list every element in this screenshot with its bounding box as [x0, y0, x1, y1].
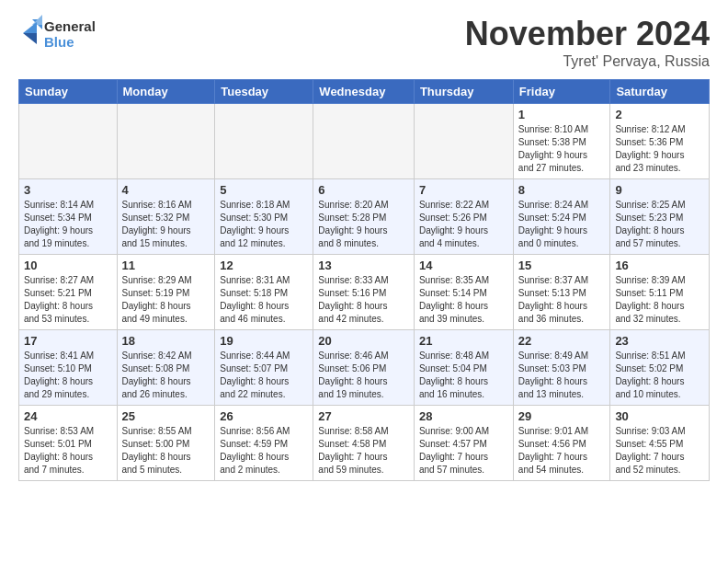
- day-info: Sunrise: 8:33 AM Sunset: 5:16 PM Dayligh…: [318, 274, 409, 326]
- day-number: 15: [518, 259, 606, 272]
- day-number: 8: [518, 183, 606, 197]
- day-info: Sunrise: 8:27 AM Sunset: 5:21 PM Dayligh…: [24, 274, 112, 326]
- day-number: 22: [518, 334, 606, 348]
- svg-text:General: General: [44, 18, 96, 34]
- day-number: 17: [24, 334, 112, 348]
- day-info: Sunrise: 8:55 AM Sunset: 5:00 PM Dayligh…: [122, 425, 210, 477]
- day-info: Sunrise: 8:41 AM Sunset: 5:10 PM Dayligh…: [24, 350, 112, 401]
- calendar-cell: 1Sunrise: 8:10 AM Sunset: 5:38 PM Daylig…: [513, 104, 610, 179]
- calendar: Sunday Monday Tuesday Wednesday Thursday…: [18, 79, 710, 481]
- calendar-cell: 21Sunrise: 8:48 AM Sunset: 5:04 PM Dayli…: [414, 330, 513, 406]
- day-info: Sunrise: 8:29 AM Sunset: 5:19 PM Dayligh…: [122, 274, 210, 326]
- day-number: 9: [615, 183, 704, 197]
- day-info: Sunrise: 8:20 AM Sunset: 5:28 PM Dayligh…: [318, 199, 409, 250]
- day-number: 3: [24, 183, 112, 197]
- svg-marker-6: [23, 33, 37, 44]
- day-number: 12: [220, 259, 308, 272]
- day-info: Sunrise: 9:03 AM Sunset: 4:55 PM Dayligh…: [615, 425, 704, 477]
- calendar-cell: [313, 104, 415, 179]
- day-info: Sunrise: 8:39 AM Sunset: 5:11 PM Dayligh…: [615, 274, 704, 326]
- day-number: 24: [24, 409, 112, 423]
- calendar-cell: 29Sunrise: 9:01 AM Sunset: 4:56 PM Dayli…: [513, 406, 610, 481]
- logo-svg: General Blue: [18, 15, 101, 55]
- col-sunday: Sunday: [19, 80, 118, 104]
- calendar-cell: 27Sunrise: 8:58 AM Sunset: 4:58 PM Dayli…: [313, 406, 415, 481]
- day-number: 19: [220, 334, 308, 348]
- col-friday: Friday: [513, 80, 610, 104]
- calendar-cell: 10Sunrise: 8:27 AM Sunset: 5:21 PM Dayli…: [19, 255, 118, 330]
- calendar-cell: 23Sunrise: 8:51 AM Sunset: 5:02 PM Dayli…: [610, 330, 710, 406]
- day-info: Sunrise: 8:31 AM Sunset: 5:18 PM Dayligh…: [220, 274, 308, 326]
- calendar-cell: 11Sunrise: 8:29 AM Sunset: 5:19 PM Dayli…: [117, 255, 215, 330]
- day-number: 26: [220, 409, 308, 423]
- calendar-cell: 30Sunrise: 9:03 AM Sunset: 4:55 PM Dayli…: [610, 406, 710, 481]
- day-number: 21: [419, 334, 508, 348]
- header: General Blue November 2024 Tyret' Pervay…: [18, 15, 710, 70]
- day-info: Sunrise: 9:00 AM Sunset: 4:57 PM Dayligh…: [419, 425, 508, 477]
- calendar-cell: 19Sunrise: 8:44 AM Sunset: 5:07 PM Dayli…: [215, 330, 313, 406]
- calendar-cell: 13Sunrise: 8:33 AM Sunset: 5:16 PM Dayli…: [313, 255, 415, 330]
- calendar-header-row: Sunday Monday Tuesday Wednesday Thursday…: [19, 80, 710, 104]
- day-number: 14: [419, 259, 508, 272]
- location: Tyret' Pervaya, Russia: [465, 53, 710, 70]
- calendar-cell: 28Sunrise: 9:00 AM Sunset: 4:57 PM Dayli…: [414, 406, 513, 481]
- month-title: November 2024: [465, 15, 710, 53]
- day-number: 2: [615, 108, 704, 121]
- day-number: 20: [318, 334, 409, 348]
- calendar-cell: 9Sunrise: 8:25 AM Sunset: 5:23 PM Daylig…: [610, 179, 710, 255]
- day-info: Sunrise: 8:56 AM Sunset: 4:59 PM Dayligh…: [220, 425, 308, 477]
- calendar-cell: 2Sunrise: 8:12 AM Sunset: 5:36 PM Daylig…: [610, 104, 710, 179]
- day-number: 25: [122, 409, 210, 423]
- calendar-cell: 25Sunrise: 8:55 AM Sunset: 5:00 PM Dayli…: [117, 406, 215, 481]
- day-number: 5: [220, 183, 308, 197]
- day-info: Sunrise: 8:22 AM Sunset: 5:26 PM Dayligh…: [419, 199, 508, 250]
- calendar-cell: 6Sunrise: 8:20 AM Sunset: 5:28 PM Daylig…: [313, 179, 415, 255]
- calendar-cell: 8Sunrise: 8:24 AM Sunset: 5:24 PM Daylig…: [513, 179, 610, 255]
- day-number: 23: [615, 334, 704, 348]
- calendar-cell: 18Sunrise: 8:42 AM Sunset: 5:08 PM Dayli…: [117, 330, 215, 406]
- calendar-cell: [19, 104, 118, 179]
- day-number: 13: [318, 259, 409, 272]
- day-info: Sunrise: 8:46 AM Sunset: 5:06 PM Dayligh…: [318, 350, 409, 401]
- calendar-cell: 15Sunrise: 8:37 AM Sunset: 5:13 PM Dayli…: [513, 255, 610, 330]
- svg-text:Blue: Blue: [44, 34, 74, 50]
- calendar-cell: 26Sunrise: 8:56 AM Sunset: 4:59 PM Dayli…: [215, 406, 313, 481]
- day-info: Sunrise: 8:49 AM Sunset: 5:03 PM Dayligh…: [518, 350, 606, 401]
- day-info: Sunrise: 8:53 AM Sunset: 5:01 PM Dayligh…: [24, 425, 112, 477]
- day-number: 16: [615, 259, 704, 272]
- day-number: 1: [518, 108, 606, 121]
- day-info: Sunrise: 8:10 AM Sunset: 5:38 PM Dayligh…: [518, 123, 606, 175]
- day-number: 28: [419, 409, 508, 423]
- col-monday: Monday: [117, 80, 215, 104]
- calendar-cell: 22Sunrise: 8:49 AM Sunset: 5:03 PM Dayli…: [513, 330, 610, 406]
- calendar-cell: [414, 104, 513, 179]
- day-number: 30: [615, 409, 704, 423]
- day-info: Sunrise: 8:58 AM Sunset: 4:58 PM Dayligh…: [318, 425, 409, 477]
- col-saturday: Saturday: [610, 80, 710, 104]
- day-info: Sunrise: 8:44 AM Sunset: 5:07 PM Dayligh…: [220, 350, 308, 401]
- title-block: November 2024 Tyret' Pervaya, Russia: [465, 15, 710, 70]
- day-info: Sunrise: 8:42 AM Sunset: 5:08 PM Dayligh…: [122, 350, 210, 401]
- calendar-week-3: 17Sunrise: 8:41 AM Sunset: 5:10 PM Dayli…: [19, 330, 710, 406]
- calendar-cell: 20Sunrise: 8:46 AM Sunset: 5:06 PM Dayli…: [313, 330, 415, 406]
- day-number: 27: [318, 409, 409, 423]
- page: General Blue November 2024 Tyret' Pervay…: [0, 0, 728, 490]
- calendar-cell: 24Sunrise: 8:53 AM Sunset: 5:01 PM Dayli…: [19, 406, 118, 481]
- day-info: Sunrise: 8:25 AM Sunset: 5:23 PM Dayligh…: [615, 199, 704, 250]
- day-number: 4: [122, 183, 210, 197]
- col-wednesday: Wednesday: [313, 80, 415, 104]
- day-info: Sunrise: 8:12 AM Sunset: 5:36 PM Dayligh…: [615, 123, 704, 175]
- calendar-cell: 7Sunrise: 8:22 AM Sunset: 5:26 PM Daylig…: [414, 179, 513, 255]
- day-info: Sunrise: 8:48 AM Sunset: 5:04 PM Dayligh…: [419, 350, 508, 401]
- calendar-cell: [215, 104, 313, 179]
- col-thursday: Thursday: [414, 80, 513, 104]
- day-info: Sunrise: 8:18 AM Sunset: 5:30 PM Dayligh…: [220, 199, 308, 250]
- day-info: Sunrise: 8:35 AM Sunset: 5:14 PM Dayligh…: [419, 274, 508, 326]
- day-info: Sunrise: 8:24 AM Sunset: 5:24 PM Dayligh…: [518, 199, 606, 250]
- calendar-cell: 14Sunrise: 8:35 AM Sunset: 5:14 PM Dayli…: [414, 255, 513, 330]
- logo: General Blue: [18, 15, 101, 55]
- calendar-week-1: 3Sunrise: 8:14 AM Sunset: 5:34 PM Daylig…: [19, 179, 710, 255]
- calendar-week-2: 10Sunrise: 8:27 AM Sunset: 5:21 PM Dayli…: [19, 255, 710, 330]
- day-number: 7: [419, 183, 508, 197]
- col-tuesday: Tuesday: [215, 80, 313, 104]
